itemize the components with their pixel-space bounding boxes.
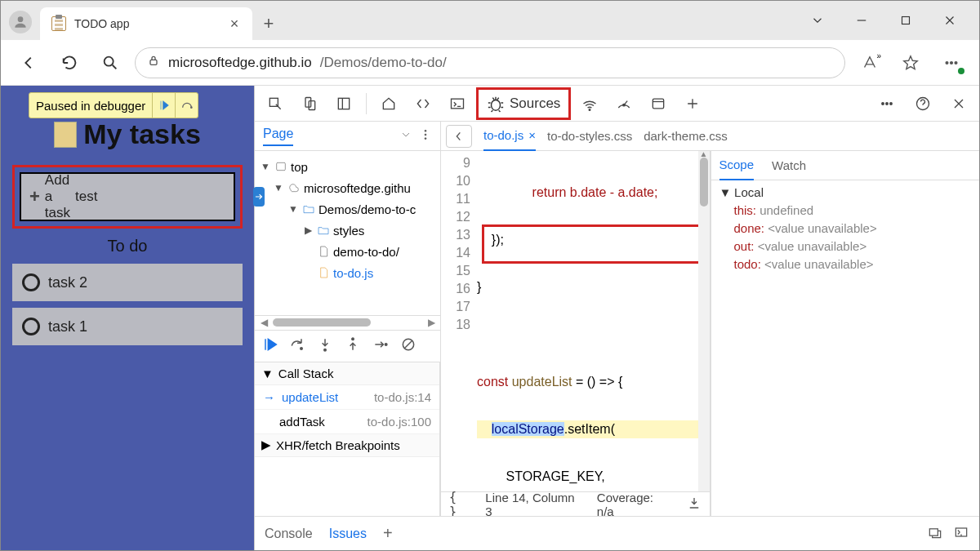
tree-origin[interactable]: microsoftedge.githu <box>304 181 411 195</box>
url-host: microsoftedge.github.io <box>168 55 312 71</box>
task-item[interactable]: task 2 <box>12 264 243 301</box>
svg-rect-16 <box>653 99 664 109</box>
task-checkbox[interactable] <box>22 318 40 335</box>
editor-tab[interactable]: to-do-styles.css <box>547 122 632 151</box>
nav-menu-button[interactable] <box>419 128 432 144</box>
file-tree[interactable]: ▼top ▼microsoftedge.githu ▼Demos/demo-to… <box>255 151 440 315</box>
read-aloud-button[interactable]: » <box>853 47 886 79</box>
window-maximize-button[interactable] <box>889 13 922 28</box>
code-editor[interactable]: 9101112131415161718 return b.date - a.da… <box>441 151 710 516</box>
svg-rect-1 <box>902 17 910 24</box>
svg-point-5 <box>951 61 953 64</box>
step-over-button[interactable] <box>289 336 305 356</box>
tree-folder[interactable]: styles <box>333 224 364 238</box>
tab-title: TODO app <box>74 17 216 30</box>
svg-point-13 <box>492 100 501 110</box>
inspect-icon[interactable] <box>260 88 291 119</box>
editor-tab[interactable]: dark-theme.css <box>644 122 728 151</box>
svg-rect-24 <box>277 162 286 170</box>
download-icon[interactable] <box>687 495 702 513</box>
task-name: task 2 <box>48 274 87 291</box>
tree-folder[interactable]: Demos/demo-to-c <box>318 202 416 216</box>
svg-point-0 <box>18 16 24 22</box>
window-minimize-button[interactable] <box>845 13 878 28</box>
network-icon[interactable] <box>574 88 605 119</box>
page-tab[interactable]: Page <box>263 127 293 146</box>
editor-tab[interactable]: to-do.js× <box>483 122 536 151</box>
debugger-controls <box>255 330 440 362</box>
editor-vscroll[interactable]: ▲ <box>698 151 710 491</box>
dock-icon[interactable] <box>328 88 359 119</box>
drawer-add-button[interactable]: + <box>383 524 393 543</box>
svg-point-2 <box>105 56 114 65</box>
devtools-toolbar: Sources <box>255 86 979 122</box>
tab-close-button[interactable]: × <box>225 14 244 33</box>
drawer-icon-1[interactable] <box>927 524 943 544</box>
window-dropdown-icon[interactable] <box>801 13 834 28</box>
task-item[interactable]: task 1 <box>12 308 243 345</box>
svg-point-15 <box>623 104 626 106</box>
window-close-button[interactable] <box>933 13 966 28</box>
task-name: task 1 <box>48 318 87 335</box>
browser-tab[interactable]: TODO app × <box>40 7 252 40</box>
add-task-form[interactable]: + Add a task <box>20 172 235 221</box>
back-button[interactable] <box>12 47 45 79</box>
close-icon[interactable]: × <box>528 128 536 142</box>
search-button[interactable] <box>94 47 127 79</box>
address-bar: microsoftedge.github.io/Demos/demo-to-do… <box>1 40 979 86</box>
sources-tab-label: Sources <box>510 96 560 112</box>
nav-scrollbar[interactable]: ◀▶ <box>255 315 440 330</box>
stack-frame[interactable]: →updateListto-do.js:14 <box>255 385 439 410</box>
favorite-button[interactable] <box>894 47 927 79</box>
step-into-button[interactable] <box>317 336 333 356</box>
devtools-close-button[interactable] <box>943 88 974 119</box>
console-icon[interactable] <box>442 88 473 119</box>
callstack-header[interactable]: ▼Call Stack <box>255 362 439 385</box>
new-tab-button[interactable]: + <box>252 7 285 40</box>
menu-button[interactable] <box>935 47 968 79</box>
svg-point-21 <box>425 130 426 131</box>
page-title-text: My tasks <box>83 118 201 150</box>
step-button[interactable] <box>372 336 389 356</box>
drawer-icon-2[interactable] <box>953 524 969 544</box>
lock-icon <box>147 54 160 71</box>
tree-top[interactable]: top <box>291 160 308 174</box>
profile-icon[interactable] <box>9 11 32 33</box>
step-out-button[interactable] <box>345 336 361 356</box>
debugger-step-button[interactable] <box>175 92 198 118</box>
welcome-icon[interactable] <box>373 88 404 119</box>
performance-icon[interactable] <box>608 88 639 119</box>
svg-point-17 <box>882 102 884 104</box>
help-button[interactable] <box>907 88 938 119</box>
resume-button[interactable] <box>261 336 278 356</box>
issues-tab[interactable]: Issues <box>329 527 367 541</box>
console-tab[interactable]: Console <box>265 527 313 541</box>
svg-rect-3 <box>150 60 157 64</box>
scope-tab[interactable]: Scope <box>719 151 755 180</box>
more-tools-button[interactable] <box>871 88 902 119</box>
tree-file-active[interactable]: to-do.js <box>333 266 373 280</box>
refresh-button[interactable] <box>53 47 86 79</box>
url-field[interactable]: microsoftedge.github.io/Demos/demo-to-do… <box>135 47 845 78</box>
tree-file[interactable]: demo-to-do/ <box>333 245 399 259</box>
svg-point-18 <box>886 102 889 104</box>
editor-nav-back[interactable] <box>446 125 472 148</box>
add-tool-button[interactable] <box>677 88 708 119</box>
deactivate-breakpoints-button[interactable] <box>400 336 416 356</box>
sources-tab[interactable]: Sources <box>476 87 571 120</box>
tab-favicon-icon <box>51 16 66 31</box>
nav-more-button[interactable] <box>399 128 412 144</box>
add-task-input[interactable] <box>75 189 248 205</box>
code-text[interactable]: return b.date - a.date; }); } const upda… <box>477 151 710 491</box>
svg-point-25 <box>301 347 303 349</box>
device-icon[interactable] <box>294 88 325 119</box>
svg-point-7 <box>190 106 193 109</box>
elements-icon[interactable] <box>408 88 439 119</box>
submit-task-button[interactable] <box>253 187 265 207</box>
stack-frame[interactable]: addTaskto-do.js:100 <box>255 410 439 434</box>
application-icon[interactable] <box>643 88 674 119</box>
debugger-resume-button[interactable] <box>152 92 175 118</box>
task-checkbox[interactable] <box>22 273 40 291</box>
xhr-breakpoints-header[interactable]: ▶XHR/fetch Breakpoints <box>255 434 439 457</box>
watch-tab[interactable]: Watch <box>772 151 806 180</box>
